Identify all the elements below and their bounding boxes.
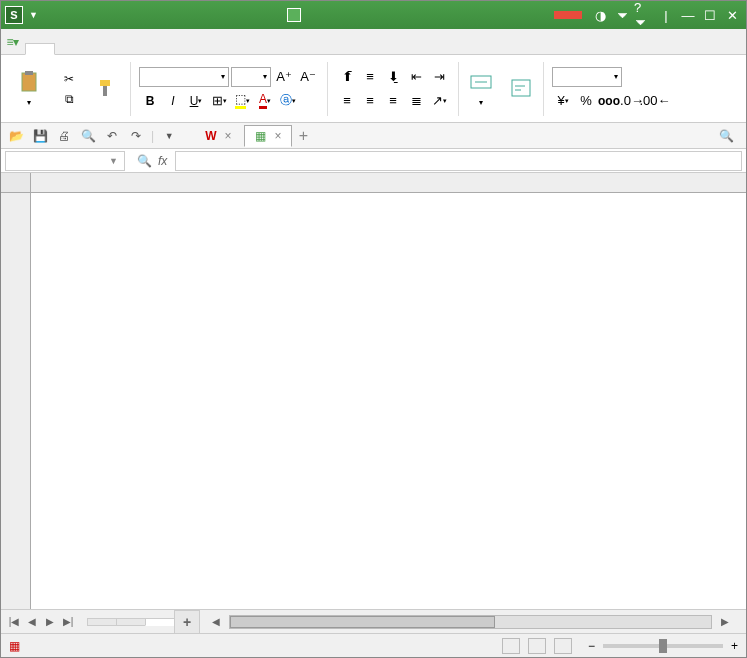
fx-icon[interactable]: fx: [158, 154, 167, 168]
decrease-font-button[interactable]: A⁻: [297, 67, 319, 87]
comma-button[interactable]: ooo: [598, 91, 620, 111]
align-top-button[interactable]: ⬆̄: [336, 67, 358, 87]
size-select[interactable]: ▾: [231, 67, 271, 87]
print-icon[interactable]: 🖨: [55, 127, 73, 145]
svg-rect-4: [512, 80, 530, 96]
orientation-button[interactable]: ↗▾: [428, 91, 450, 111]
percent-button[interactable]: %: [575, 91, 597, 111]
sheet-tab-2[interactable]: [116, 618, 146, 626]
minimize-button[interactable]: —: [678, 6, 698, 24]
redo-icon[interactable]: ↷: [127, 127, 145, 145]
tab-review[interactable]: [167, 44, 195, 54]
wrap-text-button[interactable]: [503, 74, 539, 104]
maximize-button[interactable]: ☐: [700, 6, 720, 24]
formula-input[interactable]: [175, 151, 742, 171]
formula-bar: ▼ 🔍 fx: [1, 149, 746, 173]
tab-layout[interactable]: [83, 44, 111, 54]
cut-button[interactable]: ✂: [59, 70, 82, 88]
document-title: [38, 8, 554, 22]
title-bar: S ▼ ◑ ⏷ ?⏷ | — ☐ ✕: [1, 1, 746, 29]
svg-rect-2: [103, 86, 107, 96]
help-icon[interactable]: ?⏷: [634, 6, 654, 24]
copy-button[interactable]: ⧉: [59, 90, 82, 108]
menu-icon[interactable]: ≡▾: [1, 30, 25, 54]
name-box[interactable]: ▼: [5, 151, 125, 171]
align-middle-button[interactable]: ≡: [359, 67, 381, 87]
horizontal-scrollbar[interactable]: [229, 615, 712, 629]
underline-button[interactable]: U▾: [185, 91, 207, 111]
cells-area[interactable]: [31, 193, 746, 609]
layout-icon[interactable]: ▦: [9, 639, 20, 653]
align-justify-button[interactable]: ≣: [405, 91, 427, 111]
status-bar: ▦ − +: [1, 633, 746, 657]
close-button[interactable]: ✕: [722, 6, 742, 24]
italic-button[interactable]: I: [162, 91, 184, 111]
last-sheet-button[interactable]: ▶|: [59, 613, 77, 631]
sync-icon[interactable]: ◑: [590, 6, 610, 24]
increase-font-button[interactable]: A⁺: [273, 67, 295, 87]
login-button[interactable]: [554, 11, 582, 19]
tab-insert[interactable]: [55, 44, 83, 54]
currency-button[interactable]: ¥▾: [552, 91, 574, 111]
doc-tab-file[interactable]: ▦×: [244, 125, 292, 147]
align-left-button[interactable]: ≡: [336, 91, 358, 111]
next-sheet-button[interactable]: ▶: [41, 613, 59, 631]
close-icon[interactable]: ×: [274, 129, 281, 143]
ribbon: ▾ ✂ ⧉ ▾ ▾ A⁺ A⁻ B I U▾ ⊞▾ ⬚▾ A▾ ⓐ▾ ⬆̄ ≡: [1, 55, 746, 123]
decrease-decimal-button[interactable]: .00←: [644, 91, 666, 111]
brush-icon: [96, 76, 120, 100]
select-all-corner[interactable]: [1, 173, 31, 192]
font-select[interactable]: ▾: [139, 67, 229, 87]
view-break-button[interactable]: [554, 638, 572, 654]
tab-data[interactable]: [139, 44, 167, 54]
first-sheet-button[interactable]: |◀: [5, 613, 23, 631]
indent-increase-button[interactable]: ⇥: [428, 67, 450, 87]
fill-color-button[interactable]: ⬚▾: [231, 91, 253, 111]
view-page-button[interactable]: [528, 638, 546, 654]
tab-view[interactable]: [195, 44, 223, 54]
zoom-in-button[interactable]: +: [731, 639, 738, 653]
phonetic-button[interactable]: ⓐ▾: [277, 91, 299, 111]
tab-formula[interactable]: [111, 44, 139, 54]
tab-home[interactable]: [25, 43, 55, 55]
open-icon[interactable]: 📂: [7, 127, 25, 145]
merge-center-button[interactable]: ▾: [463, 68, 499, 109]
align-bottom-button[interactable]: ⬇̱: [382, 67, 404, 87]
copy-icon: ⧉: [61, 91, 77, 107]
view-normal-button[interactable]: [502, 638, 520, 654]
add-doc-button[interactable]: +: [294, 127, 312, 145]
qat-dropdown-icon[interactable]: ▼: [160, 127, 178, 145]
search-icon[interactable]: 🔍: [719, 129, 734, 143]
sheet-tab-3[interactable]: [145, 618, 175, 626]
dropdown-icon[interactable]: ⏷: [612, 6, 632, 24]
zoom-slider[interactable]: [603, 644, 723, 648]
border-button[interactable]: ⊞▾: [208, 91, 230, 111]
sheet-tab-1[interactable]: [87, 618, 117, 626]
align-center-button[interactable]: ≡: [359, 91, 381, 111]
tab-cloud[interactable]: [251, 44, 279, 54]
fx-search-icon[interactable]: 🔍: [137, 154, 152, 168]
print-preview-icon[interactable]: 🔍: [79, 127, 97, 145]
app-name[interactable]: ▼: [27, 10, 38, 20]
paste-button[interactable]: ▾: [11, 68, 47, 109]
tab-devtools[interactable]: [223, 44, 251, 54]
doc-tab-wps[interactable]: W×: [194, 125, 242, 147]
number-format-select[interactable]: ▾: [552, 67, 622, 87]
undo-icon[interactable]: ↶: [103, 127, 121, 145]
save-icon[interactable]: 💾: [31, 127, 49, 145]
bold-button[interactable]: B: [139, 91, 161, 111]
format-painter-button[interactable]: [90, 74, 126, 104]
zoom-out-button[interactable]: −: [588, 639, 595, 653]
scroll-left-button[interactable]: ◀: [207, 613, 225, 631]
close-icon[interactable]: ×: [224, 129, 231, 143]
indent-decrease-button[interactable]: ⇤: [405, 67, 427, 87]
align-right-button[interactable]: ≡: [382, 91, 404, 111]
scroll-right-button[interactable]: ▶: [716, 613, 734, 631]
paste-icon: [17, 70, 41, 94]
column-headers: [1, 173, 746, 193]
sheet-tabs-bar: |◀ ◀ ▶ ▶| + ◀ ▶: [1, 609, 746, 633]
add-sheet-button[interactable]: +: [174, 610, 200, 634]
font-color-button[interactable]: A▾: [254, 91, 276, 111]
prev-sheet-button[interactable]: ◀: [23, 613, 41, 631]
file-icon: [287, 8, 301, 22]
